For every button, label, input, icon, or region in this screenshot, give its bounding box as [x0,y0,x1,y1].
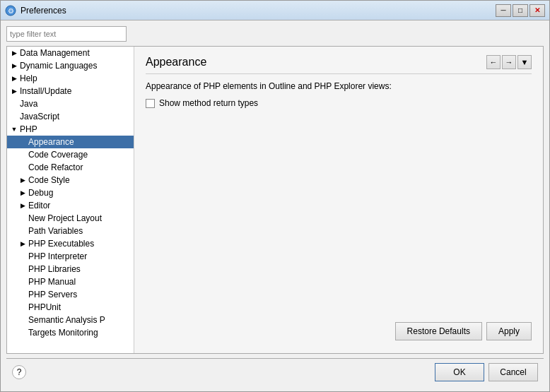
tree-arrow-java [10,100,18,108]
tree-label-php-manual: PHP Manual [28,277,76,287]
sidebar-item-install-update[interactable]: ▶Install/Update [7,85,134,97]
checkbox-row: Show method return types [146,98,532,108]
tree-arrow-dynamic-languages: ▶ [10,61,18,70]
tree-arrow-php-libraries [18,265,27,273]
tree-label-code-coverage: Code Coverage [28,150,88,160]
tree-label-install-update: Install/Update [20,86,71,96]
footer-row: ? OK Cancel [6,358,544,386]
maximize-button[interactable]: □ [513,4,528,17]
sidebar-item-php[interactable]: ▼PHP [7,123,134,136]
sidebar-item-php-manual[interactable]: PHP Manual [7,275,134,288]
tree-label-debug: Debug [28,188,53,198]
tree-arrow-semantic-analysis [18,316,27,324]
apply-button[interactable]: Apply [486,322,532,340]
bottom-buttons: Restore Defaults Apply [146,318,532,345]
sidebar-item-help[interactable]: ▶Help [7,72,134,85]
tree-arrow-phpunit [18,303,27,311]
tree-arrow-editor: ▶ [18,201,27,210]
show-return-types-checkbox[interactable] [146,99,155,108]
sidebar-item-phpunit[interactable]: PHPUnit [7,301,134,314]
show-return-types-label: Show method return types [159,98,258,108]
sidebar-item-appearance[interactable]: Appearance [7,136,134,148]
tree-arrow-appearance [18,138,27,146]
tree-label-php: PHP [20,124,37,134]
sidebar-item-debug[interactable]: ▶Debug [7,186,134,199]
sidebar-item-php-servers[interactable]: PHP Servers [7,288,134,301]
tree-label-semantic-analysis: Semantic Analysis P [28,315,105,325]
window-controls: ─ □ ✕ [496,4,545,17]
minimize-button[interactable]: ─ [496,4,511,17]
window-body: ▶Data Management▶Dynamic Languages▶Help▶… [1,20,549,391]
filter-input[interactable] [6,26,127,42]
tree-arrow-php-interpreter [18,252,27,261]
tree-label-php-executables: PHP Executables [28,239,94,249]
tree-arrow-code-style: ▶ [18,176,27,184]
tree-label-code-refactor: Code Refactor [28,162,83,172]
tree-label-dynamic-languages: Dynamic Languages [20,61,97,71]
content-header: Appearance ← → ▼ [146,55,532,74]
ok-button[interactable]: OK [435,363,484,381]
sidebar-item-targets-monitoring[interactable]: Targets Monitoring [7,326,134,339]
window-icon: ⚙ [5,5,16,16]
content-title: Appearance [146,56,206,69]
tree-label-java: Java [20,99,37,109]
tree-arrow-php-executables: ▶ [18,239,27,248]
close-button[interactable]: ✕ [529,4,545,17]
sidebar-item-java[interactable]: Java [7,97,134,110]
title-bar: ⚙ Preferences ─ □ ✕ [1,1,549,20]
sidebar-item-code-coverage[interactable]: Code Coverage [7,148,134,161]
sidebar-item-dynamic-languages[interactable]: ▶Dynamic Languages [7,59,134,72]
preferences-window: ⚙ Preferences ─ □ ✕ ▶Data Management▶Dyn… [0,0,550,392]
sidebar-item-php-libraries[interactable]: PHP Libraries [7,263,134,275]
sidebar-item-data-management[interactable]: ▶Data Management [7,47,134,59]
sidebar-item-php-executables[interactable]: ▶PHP Executables [7,237,134,250]
tree-label-php-servers: PHP Servers [28,290,77,299]
tree-arrow-install-update: ▶ [10,87,18,95]
content-area: Appearance ← → ▼ Appearance of PHP eleme… [134,47,543,353]
tree-label-targets-monitoring: Targets Monitoring [28,328,98,338]
tree-arrow-code-coverage [18,150,27,159]
tree-label-new-project-layout: New Project Layout [28,213,102,223]
tree-label-phpunit: PHPUnit [28,302,61,312]
window-title: Preferences [21,6,496,16]
tree-arrow-data-management: ▶ [10,49,18,57]
svg-text:⚙: ⚙ [8,7,14,15]
main-content: ▶Data Management▶Dynamic Languages▶Help▶… [6,46,544,354]
sidebar-item-editor[interactable]: ▶Editor [7,199,134,212]
tree-arrow-debug: ▶ [18,189,27,197]
description-text: Appearance of PHP elements in Outline an… [146,81,532,91]
back-button[interactable]: ← [486,55,501,69]
toolbar-buttons: ← → ▼ [486,55,532,69]
cancel-button[interactable]: Cancel [488,363,538,381]
tree-arrow-path-variables [18,227,27,235]
tree-arrow-new-project-layout [18,214,27,222]
tree-label-php-libraries: PHP Libraries [28,264,81,274]
filter-row [6,26,544,42]
tree-arrow-targets-monitoring [18,328,27,337]
sidebar-item-new-project-layout[interactable]: New Project Layout [7,212,134,225]
tree-label-data-management: Data Management [20,48,90,58]
sidebar-item-semantic-analysis[interactable]: Semantic Analysis P [7,314,134,326]
tree-label-code-style: Code Style [28,175,70,185]
sidebar-item-path-variables[interactable]: Path Variables [7,225,134,237]
sidebar: ▶Data Management▶Dynamic Languages▶Help▶… [7,47,134,353]
help-button[interactable]: ? [12,365,26,379]
tree-arrow-code-refactor [18,163,27,172]
tree-arrow-php-servers [18,290,27,299]
footer-actions: OK Cancel [435,363,538,381]
sidebar-item-javascript[interactable]: JavaScript [7,110,134,123]
tree-arrow-php-manual [18,278,27,286]
restore-defaults-button[interactable]: Restore Defaults [395,322,482,340]
tree-label-help: Help [20,73,37,83]
tree-arrow-javascript [10,112,18,121]
sidebar-item-code-refactor[interactable]: Code Refactor [7,161,134,174]
tree-label-editor: Editor [28,201,50,210]
dropdown-button[interactable]: ▼ [517,55,532,69]
sidebar-item-code-style[interactable]: ▶Code Style [7,174,134,186]
tree-label-appearance: Appearance [28,137,74,147]
sidebar-item-php-interpreter[interactable]: PHP Interpreter [7,250,134,263]
tree-label-php-interpreter: PHP Interpreter [28,251,87,261]
tree-arrow-php: ▼ [10,125,18,133]
forward-button[interactable]: → [502,55,516,69]
tree-label-path-variables: Path Variables [28,226,83,236]
